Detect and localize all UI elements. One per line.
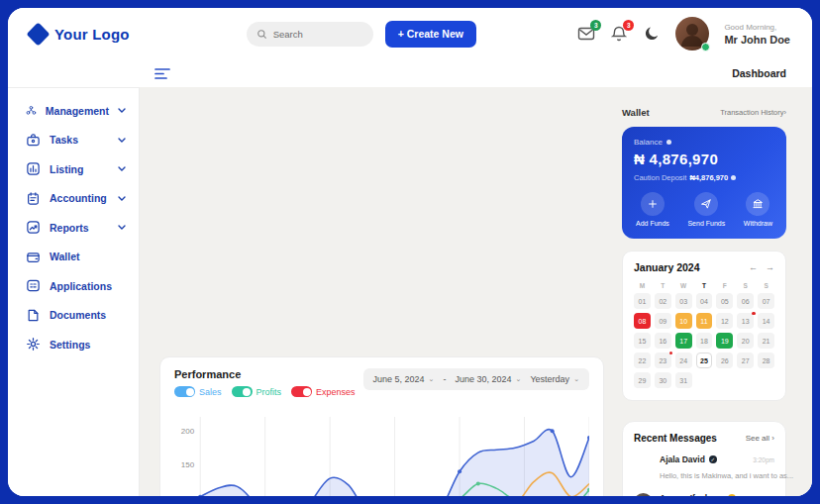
notifications-button[interactable]: 3 [610,25,628,43]
notepad-icon [26,191,41,206]
see-all-link[interactable]: See all › [746,434,774,443]
calendar-day-05[interactable]: 05 [716,293,733,309]
calendar-day-12[interactable]: 12 [716,313,733,329]
sidebar-item-settings[interactable]: Settings [8,330,139,359]
sender-name: Ajala David [660,454,705,464]
messages-button[interactable]: 3 [577,25,595,43]
user-avatar[interactable] [675,17,709,50]
sidebar-item-management[interactable]: Management [8,96,139,126]
calendar-day-31[interactable]: 31 [675,372,692,388]
calendar-next-button[interactable]: → [766,262,774,272]
moon-icon [643,25,661,43]
calendar-prev-button[interactable]: ← [749,262,758,272]
file-icon [26,308,41,323]
svg-text:150: 150 [181,460,195,469]
search-bar[interactable] [247,22,373,47]
calendar-day-15[interactable]: 15 [634,333,651,349]
weekday-label: S [758,282,774,289]
legend-toggle-expenses[interactable]: Expenses [291,386,356,397]
dark-mode-toggle[interactable] [643,25,661,43]
calendar-day-20[interactable]: 20 [737,333,754,349]
sidebar-item-label: Reports [50,222,89,234]
bell-badge: 3 [623,20,634,31]
logo-text: Your Logo [54,26,130,43]
calendar-day-18[interactable]: 18 [696,333,713,349]
send-funds-button[interactable]: Send Funds [687,192,725,227]
calendar-day-09[interactable]: 09 [655,313,671,329]
sidebar-item-wallet[interactable]: Wallet [8,243,139,272]
calendar-month-label: January 2024 [634,261,700,273]
calendar-day-10[interactable]: 10 [675,313,692,329]
calendar-day-21[interactable]: 21 [758,333,774,349]
calendar-day-03[interactable]: 03 [675,293,692,309]
calendar-day-30[interactable]: 30 [655,372,671,388]
withdraw-button[interactable]: Withdraw [744,192,772,227]
date-preset-value: Yesterday [530,374,569,384]
calendar-day-24[interactable]: 24 [675,353,692,368]
performance-chart: 20015010050 [174,407,589,496]
toggle-switch-icon [232,386,253,397]
chart-legend: SalesProfitsExpenses [174,386,356,397]
calendar-day-01[interactable]: 01 [634,293,651,309]
right-panel: Wallet Transaction History› Balance ₦ 4,… [622,107,786,496]
calendar-day-27[interactable]: 27 [737,353,754,368]
chevron-down-icon [118,225,126,230]
date-preset-select[interactable]: Yesterday⌄ [530,374,579,384]
caution-deposit-value: ₦4,876,970 [689,173,728,182]
create-new-button[interactable]: + Create New [385,21,476,48]
calendar-day-19[interactable]: 19 [716,333,733,349]
sidebar-item-applications[interactable]: Applications [8,271,139,301]
calendar-day-16[interactable]: 16 [655,333,671,349]
calendar-day-22[interactable]: 22 [634,353,651,368]
calendar-day-02[interactable]: 02 [655,293,671,309]
date-to-select[interactable]: June 30, 2024⌄ [455,374,521,384]
legend-label: Profits [256,387,282,397]
sidebar-collapse-button[interactable] [154,67,170,80]
top-header: Your Logo + Create New 3 3 Goo [8,8,812,59]
sidebar-item-accounting[interactable]: Accounting [8,184,139,214]
date-from-select[interactable]: June 5, 2024⌄ [373,374,435,384]
message-list-item[interactable]: Ajala David✓3:20pmHello, this is Makinwa… [634,454,774,482]
briefcase-icon [26,133,41,148]
calendar-day-26[interactable]: 26 [716,353,733,368]
calendar-day-08[interactable]: 08 [634,313,651,329]
caution-visibility-icon[interactable] [731,175,736,180]
transaction-history-link[interactable]: Transaction History› [720,108,786,117]
logo[interactable]: Your Logo [30,26,130,43]
chevron-down-icon: ⌄ [516,375,522,383]
calendar-day-25[interactable]: 25 [696,353,713,368]
calendar-day-23[interactable]: 23 [655,353,671,368]
legend-toggle-sales[interactable]: Sales [174,386,222,397]
message-list-item[interactable]: Amusa Ifeoluwa✓2:30pmHello, this is Maki… [634,493,774,496]
message-time: 3:20pm [753,456,774,463]
header-actions: 3 3 Good Morning, Mr John Doe [577,17,790,50]
performance-card: Performance SalesProfitsExpenses June 5,… [159,356,604,496]
sidebar-item-reports[interactable]: Reports [8,213,139,243]
calendar-day-07[interactable]: 07 [758,293,774,309]
search-input[interactable] [273,29,362,40]
legend-toggle-profits[interactable]: Profits [232,386,282,397]
legend-label: Expenses [316,387,356,397]
recent-messages-card: Recent Messages See all › Ajala David✓3:… [622,421,786,496]
calendar-day-17[interactable]: 17 [675,333,692,349]
add-funds-button[interactable]: Add Funds [636,192,669,227]
verified-badge-icon: ✓ [709,455,717,463]
balance-visibility-icon[interactable] [666,140,671,145]
calendar-day-14[interactable]: 14 [758,313,774,329]
calendar-day-29[interactable]: 29 [634,372,651,388]
sidebar-item-label: Tasks [50,134,78,146]
sidebar-item-tasks[interactable]: Tasks [8,126,139,155]
date-range-separator: - [443,374,446,384]
content-column: Performance SalesProfitsExpenses June 5,… [159,107,604,496]
calendar-day-06[interactable]: 06 [737,293,754,309]
sidebar-item-listing[interactable]: Listing [8,154,139,184]
calendar-day-13[interactable]: 13 [737,313,754,329]
calendar-day-04[interactable]: 04 [696,293,713,309]
sender-avatar [634,493,653,496]
calendar-day-11[interactable]: 11 [696,313,713,329]
calendar-day-28[interactable]: 28 [758,353,774,368]
sidebar-item-documents[interactable]: Documents [8,301,139,331]
svg-text:100: 100 [181,494,195,496]
message-preview: Hello, this is Makinwa, and i want to as… [660,471,793,480]
toggle-switch-icon [174,386,195,397]
